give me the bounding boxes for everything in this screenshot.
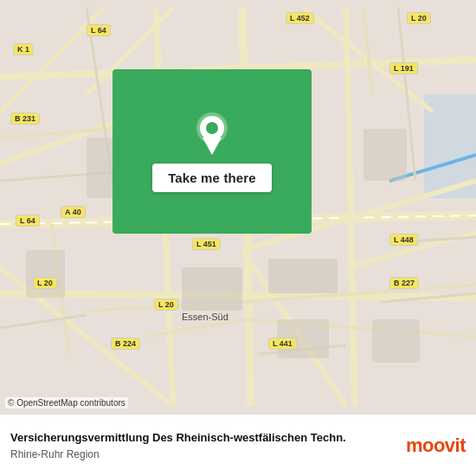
svg-marker-42	[203, 138, 222, 155]
place-region: Rhine-Ruhr Region	[10, 448, 397, 460]
map-pin-icon	[194, 112, 230, 155]
road-label-L448_right: L 448	[389, 234, 418, 246]
road-label-L191: L 191	[389, 62, 418, 74]
location-overlay: Take me there	[113, 69, 312, 234]
road-label-K1: K 1	[13, 43, 34, 55]
road-label-L64_mid: L 64	[16, 215, 40, 227]
place-name: Versicherungsvermittlung Des Rheinisch-w…	[10, 430, 397, 446]
svg-point-41	[206, 122, 218, 134]
place-info: Versicherungsvermittlung Des Rheinisch-w…	[10, 430, 406, 460]
main-container: L 452L 64K 1L 448L 191L 20B 231A 40L 64L…	[0, 0, 476, 476]
road-label-L451: L 451	[192, 238, 221, 250]
moovit-text: moovit	[406, 434, 466, 457]
map-area: L 452L 64K 1L 448L 191L 20B 231A 40L 64L…	[0, 0, 476, 414]
road-label-L20_top: L 20	[407, 12, 431, 24]
svg-rect-33	[268, 259, 338, 293]
road-label-A40: A 40	[61, 206, 86, 218]
osm-credit: © OpenStreetMap contributors	[5, 397, 128, 408]
moovit-logo: moovit	[406, 434, 466, 457]
road-label-B227: B 227	[389, 277, 419, 289]
svg-rect-32	[182, 267, 242, 311]
city-label: Essen-Süd	[182, 312, 228, 322]
road-label-B224: B 224	[111, 338, 140, 350]
road-label-L20_mid: L 20	[154, 299, 178, 311]
road-label-B231: B 231	[10, 113, 40, 125]
road-label-L452: L 452	[286, 12, 314, 24]
take-me-there-button[interactable]: Take me there	[152, 164, 272, 192]
road-label-L64_top: L 64	[87, 24, 111, 36]
svg-rect-35	[363, 129, 407, 181]
road-label-L441: L 441	[268, 338, 297, 350]
road-label-L20_left: L 20	[33, 277, 57, 289]
svg-rect-36	[26, 250, 65, 298]
bottom-bar: Versicherungsvermittlung Des Rheinisch-w…	[0, 414, 476, 476]
svg-rect-38	[372, 319, 420, 363]
